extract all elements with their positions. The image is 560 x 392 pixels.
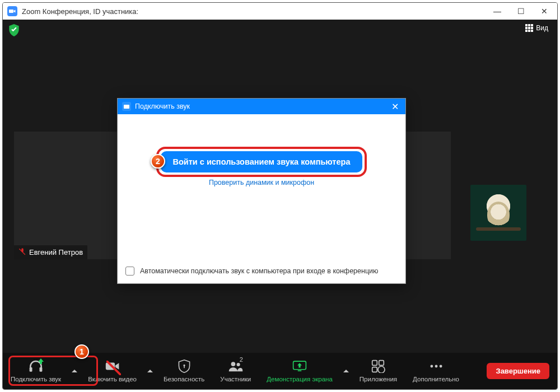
view-mode-button[interactable]: Вид [523, 23, 550, 33]
svg-rect-10 [379, 361, 384, 366]
share-screen-icon [292, 360, 307, 376]
test-speaker-mic-label: Проверить динамик и микрофон [209, 179, 314, 186]
svg-rect-9 [372, 361, 377, 366]
apps-icon [371, 360, 385, 376]
window-maximize-button[interactable]: ☐ [516, 7, 526, 16]
join-computer-audio-button[interactable]: Войти с использованием звука компьютера [161, 151, 363, 172]
window-minimize-button[interactable]: ― [492, 7, 502, 16]
svg-rect-11 [372, 367, 377, 372]
apps-button[interactable]: Приложения [352, 353, 405, 389]
svg-rect-8 [298, 370, 302, 371]
remote-participant-tile[interactable] [470, 185, 526, 241]
participants-count-badge: 2 [240, 356, 243, 363]
end-meeting-button[interactable]: Завершение [487, 363, 549, 379]
camera-off-icon [105, 360, 120, 376]
headphones-icon [29, 360, 43, 376]
grid-icon [525, 24, 533, 32]
dialog-title: Подключить звук [135, 102, 190, 110]
participant-name-label: Евгений Петров [29, 248, 83, 256]
join-audio-label: Подключить звук [11, 376, 61, 382]
more-button[interactable]: Дополнительно [405, 353, 467, 389]
muted-mic-icon [18, 248, 26, 257]
auto-join-audio-checkbox[interactable] [125, 267, 134, 276]
dialog-app-icon [122, 102, 131, 111]
apps-label: Приложения [360, 376, 397, 382]
encryption-shield-icon[interactable] [8, 24, 20, 36]
svg-point-15 [439, 365, 442, 368]
svg-rect-0 [9, 10, 13, 13]
join-computer-audio-label: Войти с использованием звука компьютера [173, 157, 351, 166]
window-title: Zoom Конференция, ID участника: [22, 7, 138, 16]
tutorial-badge-1: 1 [74, 344, 89, 359]
auto-join-audio-label[interactable]: Автоматически подключать звук с компьюте… [140, 267, 378, 275]
end-meeting-label: Завершение [496, 367, 540, 375]
security-label: Безопасность [164, 376, 204, 382]
audio-available-indicator-icon [38, 358, 44, 365]
share-screen-label: Демонстрация экрана [267, 376, 333, 382]
svg-rect-3 [105, 363, 114, 370]
start-video-label: Включить видео [88, 376, 137, 382]
svg-point-13 [430, 365, 433, 368]
window-titlebar: Zoom Конференция, ID участника: ― ☐ ✕ [3, 3, 557, 20]
video-options-chevron[interactable] [144, 353, 156, 389]
security-button[interactable]: Безопасность [156, 353, 212, 389]
svg-rect-12 [378, 366, 385, 373]
participants-button[interactable]: 2 Участники [212, 353, 259, 389]
view-mode-label: Вид [536, 24, 548, 32]
start-video-button[interactable]: Включить видео [80, 353, 144, 389]
dialog-close-button[interactable]: ✕ [389, 101, 401, 112]
svg-point-14 [435, 365, 437, 368]
join-audio-button[interactable]: Подключить звук [3, 353, 69, 389]
participants-label: Участники [220, 376, 251, 382]
svg-rect-2 [40, 367, 43, 372]
test-speaker-mic-link[interactable]: Проверить динамик и микрофон [209, 179, 314, 186]
svg-rect-1 [30, 367, 32, 372]
dialog-titlebar[interactable]: Подключить звук ✕ [118, 99, 405, 114]
svg-point-5 [231, 362, 235, 366]
more-label: Дополнительно [413, 376, 459, 382]
tutorial-badge-2: 2 [151, 154, 165, 169]
share-options-chevron[interactable] [340, 353, 352, 389]
meeting-toolbar: Подключить звук Включить видео Безопасно… [3, 353, 557, 389]
tutorial-highlight-primary-button: Войти с использованием звука компьютера [156, 147, 367, 177]
window-close-button[interactable]: ✕ [539, 7, 549, 16]
security-shield-icon [177, 360, 192, 376]
share-screen-button[interactable]: Демонстрация экрана [259, 353, 340, 389]
owl-avatar-image [470, 185, 526, 241]
more-dots-icon [429, 360, 444, 376]
join-audio-dialog: Подключить звук ✕ Войти с использованием… [117, 98, 406, 284]
tile-name-tag: Евгений Петров [14, 245, 87, 259]
zoom-app-icon [7, 6, 17, 16]
svg-point-6 [236, 363, 240, 366]
